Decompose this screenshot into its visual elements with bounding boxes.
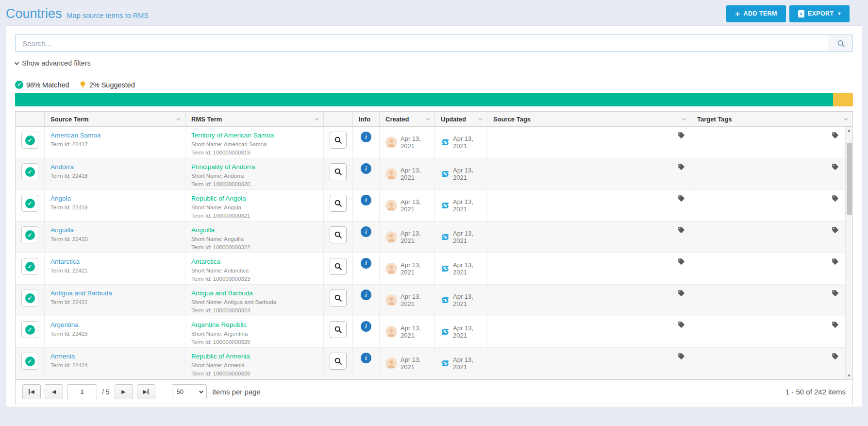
sync-s-icon — [441, 327, 450, 336]
show-advanced-filters-toggle[interactable]: Show advanced filters — [15, 59, 91, 67]
source-term-cell: Argentina Term Id: 22423 — [45, 316, 185, 347]
column-header-status — [16, 112, 45, 126]
tag-icon[interactable] — [832, 132, 839, 139]
info-icon[interactable]: i — [361, 321, 371, 332]
scrollbar-thumb[interactable] — [847, 143, 852, 215]
first-page-button[interactable]: ◀ — [22, 384, 41, 399]
scrollbar-down-arrow[interactable]: ▼ — [846, 372, 852, 379]
rms-term-link[interactable]: Territory of American Samoa — [191, 132, 317, 139]
add-term-button[interactable]: + ADD TERM — [726, 5, 786, 22]
info-icon[interactable]: i — [361, 195, 371, 205]
row-search-button[interactable] — [330, 353, 347, 370]
tag-icon[interactable] — [832, 163, 839, 170]
matched-status-button[interactable]: ✓ — [21, 321, 38, 338]
rms-term-link[interactable]: Antigua and Barbuda — [191, 290, 317, 297]
terms-table: Source Term RMS Term Info Created Update… — [15, 111, 853, 404]
source-term-link[interactable]: Argentina — [50, 321, 179, 328]
info-icon[interactable]: i — [361, 132, 371, 142]
tag-icon[interactable] — [832, 321, 839, 328]
source-term-link[interactable]: American Samoa — [50, 132, 179, 139]
export-button[interactable]: x EXPORT ▾ — [789, 5, 850, 22]
column-header-source-term[interactable]: Source Term — [45, 112, 185, 126]
matched-status-button[interactable]: ✓ — [21, 258, 38, 275]
target-tags-cell — [691, 127, 852, 158]
matched-status-button[interactable]: ✓ — [21, 226, 38, 243]
matched-status-button[interactable]: ✓ — [21, 290, 38, 307]
row-search-button[interactable] — [330, 132, 347, 149]
source-term-link[interactable]: Armenia — [50, 353, 179, 360]
user-avatar-icon — [385, 168, 397, 180]
source-term-link[interactable]: Anguilla — [50, 226, 179, 234]
row-search-button[interactable] — [330, 195, 347, 212]
previous-page-button[interactable]: ◀ — [45, 384, 63, 399]
tag-icon[interactable] — [832, 258, 839, 265]
sync-s-icon — [441, 138, 450, 147]
tag-icon[interactable] — [832, 353, 839, 360]
table-header-row: Source Term RMS Term Info Created Update… — [16, 112, 852, 127]
scrollbar-up-arrow[interactable]: ▲ — [846, 127, 852, 134]
search-button[interactable] — [829, 34, 853, 52]
source-term-link[interactable]: Antarctica — [50, 258, 179, 265]
row-search-button[interactable] — [330, 258, 347, 275]
column-header-rms-term[interactable]: RMS Term — [185, 112, 324, 126]
tag-icon[interactable] — [678, 353, 685, 360]
source-term-link[interactable]: Andorra — [50, 163, 179, 170]
row-search-button[interactable] — [330, 321, 347, 338]
user-avatar-icon — [385, 136, 397, 148]
rms-term-link[interactable]: Republic of Armenia — [191, 353, 317, 360]
column-header-updated[interactable]: Updated — [435, 112, 487, 126]
row-search-button[interactable] — [330, 290, 347, 307]
sort-chevron-icon[interactable] — [315, 116, 318, 120]
matched-status-button[interactable]: ✓ — [21, 132, 38, 149]
page-header: Countries Map source terms to RMS + ADD … — [0, 0, 868, 25]
column-header-created[interactable]: Created — [380, 112, 435, 126]
items-per-page-select[interactable]: 50 — [172, 384, 207, 399]
info-icon[interactable]: i — [361, 226, 371, 237]
column-header-source-tags[interactable]: Source Tags — [487, 112, 691, 126]
rms-term-link[interactable]: Antarctica — [191, 258, 317, 265]
sort-chevron-icon[interactable] — [426, 116, 430, 120]
source-term-link[interactable]: Angola — [50, 195, 179, 202]
add-term-label: ADD TERM — [744, 10, 777, 17]
row-search-button[interactable] — [330, 226, 347, 243]
matched-status-button[interactable]: ✓ — [21, 353, 38, 370]
rms-term-link[interactable]: Republic of Angola — [191, 195, 317, 202]
info-icon[interactable]: i — [361, 290, 371, 300]
tag-icon[interactable] — [678, 195, 685, 202]
tag-icon[interactable] — [832, 195, 839, 202]
matched-status-button[interactable]: ✓ — [21, 195, 38, 212]
search-input[interactable] — [15, 34, 829, 52]
info-icon[interactable]: i — [361, 163, 371, 174]
tag-icon[interactable] — [678, 321, 685, 328]
created-date: Apr 13, 2021 — [401, 324, 429, 339]
tag-icon[interactable] — [678, 226, 685, 234]
column-header-target-tags[interactable]: Target Tags — [691, 112, 852, 126]
sort-chevron-icon[interactable] — [844, 116, 848, 120]
page-number-input[interactable] — [67, 384, 97, 399]
tag-icon[interactable] — [678, 132, 685, 139]
sort-chevron-icon[interactable] — [176, 116, 180, 120]
table-scrollbar[interactable]: ▲ ▼ — [845, 127, 852, 379]
suggested-label: 2% Suggested — [89, 81, 135, 89]
tag-icon[interactable] — [832, 226, 839, 234]
matched-check-icon: ✓ — [25, 167, 35, 177]
tag-icon[interactable] — [678, 258, 685, 265]
sort-chevron-icon[interactable] — [478, 116, 482, 120]
matched-status-button[interactable]: ✓ — [21, 163, 38, 180]
tag-icon[interactable] — [678, 290, 685, 297]
matched-check-icon: ✓ — [25, 199, 35, 208]
rms-term-link[interactable]: Anguilla — [191, 226, 317, 234]
rms-term-link[interactable]: Principality of Andorra — [191, 163, 317, 170]
row-search-button[interactable] — [330, 163, 347, 180]
rms-term-link[interactable]: Argentine Republic — [191, 321, 317, 328]
last-page-button[interactable]: ▶ — [137, 384, 155, 399]
next-page-button[interactable]: ▶ — [115, 384, 133, 399]
source-term-link[interactable]: Antigua and Barbuda — [50, 290, 179, 297]
tag-icon[interactable] — [832, 290, 839, 297]
matched-check-icon: ✓ — [15, 81, 23, 89]
info-icon[interactable]: i — [361, 353, 371, 363]
info-icon[interactable]: i — [361, 258, 371, 269]
sort-chevron-icon[interactable] — [682, 116, 686, 120]
scrollbar-track[interactable] — [846, 134, 852, 372]
tag-icon[interactable] — [678, 163, 685, 170]
